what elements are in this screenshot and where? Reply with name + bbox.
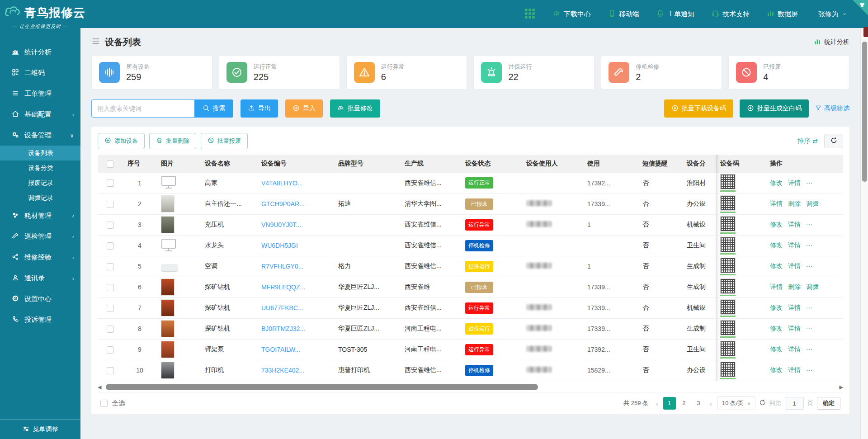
device-qr-code[interactable]: [720, 279, 736, 296]
cell-photo[interactable]: [156, 256, 200, 277]
op-···[interactable]: ···: [806, 366, 812, 373]
sidebar-item-stats[interactable]: 统计分析: [0, 42, 80, 62]
cell-photo[interactable]: [156, 339, 200, 360]
row-checkbox[interactable]: [107, 222, 114, 229]
batch-generate-blank-codes-button[interactable]: 批量生成空白码: [740, 99, 809, 118]
advanced-filter-link[interactable]: 高级筛选: [815, 104, 849, 113]
confirm-button[interactable]: 确定: [817, 397, 840, 410]
scroll-left-icon[interactable]: ◀: [98, 384, 101, 390]
header-checkbox[interactable]: [107, 160, 114, 168]
refresh-pagination-button[interactable]: [759, 399, 766, 407]
device-code-link[interactable]: R7VFHLGY0...: [261, 263, 303, 270]
op-修改[interactable]: 修改: [770, 262, 783, 269]
row-checkbox[interactable]: [107, 179, 114, 187]
op-详情[interactable]: 详情: [788, 345, 801, 353]
nav-work-order-notice[interactable]: 工单通知: [656, 9, 694, 19]
page-button-3[interactable]: 3: [692, 397, 705, 410]
sidebar-item-inspection[interactable]: 巡检管理‹: [0, 226, 80, 247]
sidebar-item-device-mgmt[interactable]: 设备管理∨: [0, 125, 80, 146]
apps-grid-button[interactable]: [524, 8, 536, 21]
op-···[interactable]: ···: [806, 179, 812, 186]
device-code-link[interactable]: BJ0RTMZJ32...: [261, 325, 305, 332]
sidebar-subitem-设备分类[interactable]: 设备分类: [0, 160, 80, 175]
sidebar-subitem-调拨记录[interactable]: 调拨记录: [0, 190, 80, 205]
op-调拨[interactable]: 调拨: [806, 283, 819, 290]
refresh-table-button[interactable]: [824, 134, 843, 148]
op-详情[interactable]: 详情: [770, 200, 783, 207]
search-button[interactable]: 搜索: [194, 99, 233, 118]
sidebar-item-consumables[interactable]: 耗材管理‹: [0, 205, 80, 226]
device-code-link[interactable]: TGOI7AILW...: [261, 346, 300, 353]
sidebar-item-work-orders[interactable]: 工单管理: [0, 83, 80, 104]
device-qr-code[interactable]: [720, 362, 736, 379]
op-调拨[interactable]: 调拨: [806, 200, 819, 207]
op-删除[interactable]: 删除: [788, 200, 801, 207]
device-qr-code[interactable]: [720, 299, 736, 317]
device-code-link[interactable]: VN9U0YJ0T...: [261, 221, 301, 228]
page-button-2[interactable]: 2: [678, 397, 690, 410]
page-button-1[interactable]: 1: [663, 397, 676, 410]
search-input[interactable]: [91, 99, 194, 118]
nav-tech-support[interactable]: 技术支持: [712, 9, 750, 19]
cell-photo[interactable]: [156, 297, 200, 318]
sort-link[interactable]: 排序⇄: [797, 137, 818, 145]
cell-photo[interactable]: [156, 173, 200, 194]
nav-download-center[interactable]: 下载中心: [553, 9, 591, 19]
op-详情[interactable]: 详情: [788, 262, 801, 269]
row-checkbox[interactable]: [107, 242, 114, 250]
add-device-button[interactable]: 添加设备: [98, 133, 145, 149]
row-checkbox[interactable]: [107, 305, 114, 312]
op-详情[interactable]: 详情: [788, 241, 801, 249]
page-size-select[interactable]: 10 条/页 ∨: [717, 397, 755, 410]
cell-photo[interactable]: [156, 194, 200, 214]
sidebar-item-complaints[interactable]: 投诉管理: [0, 309, 80, 330]
device-qr-code[interactable]: [720, 237, 736, 255]
op-修改[interactable]: 修改: [770, 241, 783, 249]
batch-download-codes-button[interactable]: 批量下载设备码: [664, 99, 733, 118]
batch-scrap-button[interactable]: 批量报废: [201, 133, 248, 149]
cell-photo[interactable]: [156, 277, 200, 297]
device-code-link[interactable]: V4TA8LHYO...: [261, 179, 303, 187]
device-qr-code[interactable]: [720, 341, 736, 359]
row-checkbox[interactable]: [107, 201, 114, 208]
jump-page-input[interactable]: [785, 397, 804, 410]
sidebar-item-qrcode[interactable]: 二维码: [0, 62, 80, 83]
cell-photo[interactable]: [156, 360, 200, 381]
menu-adjust-button[interactable]: 菜单调整: [0, 419, 80, 439]
op-删除[interactable]: 删除: [788, 283, 801, 290]
op-详情[interactable]: 详情: [788, 304, 801, 311]
sidebar-item-contacts[interactable]: 通讯录‹: [0, 268, 80, 288]
device-qr-code[interactable]: [720, 174, 736, 192]
op-···[interactable]: ···: [806, 241, 812, 249]
op-···[interactable]: ···: [806, 325, 812, 332]
op-详情[interactable]: 详情: [788, 221, 801, 228]
nav-mobile[interactable]: 移动端: [608, 9, 639, 19]
device-qr-code[interactable]: [720, 320, 736, 338]
user-menu[interactable]: 张修为: [815, 10, 847, 19]
row-checkbox[interactable]: [107, 284, 114, 291]
batch-delete-button[interactable]: 批量删除: [149, 133, 196, 149]
next-page-icon[interactable]: ›: [708, 400, 713, 407]
horizontal-scroll-thumb[interactable]: [106, 384, 538, 390]
sidebar-item-base-config[interactable]: 基础配置‹: [0, 104, 80, 125]
op-详情[interactable]: 详情: [788, 179, 801, 186]
op-修改[interactable]: 修改: [770, 221, 783, 228]
sidebar-item-repair-exp[interactable]: 维修经验‹: [0, 247, 80, 268]
sidebar-item-settings[interactable]: 设置中心: [0, 288, 80, 309]
vertical-scroll-thumb[interactable]: [862, 42, 867, 182]
op-详情[interactable]: 详情: [788, 325, 801, 332]
cell-photo[interactable]: [156, 318, 200, 339]
sidebar-subitem-报废记录[interactable]: 报废记录: [0, 175, 80, 190]
op-···[interactable]: ···: [806, 221, 812, 228]
op-···[interactable]: ···: [806, 345, 812, 353]
device-code-link[interactable]: 733H2KE402...: [261, 367, 304, 374]
batch-edit-button[interactable]: 批量修改: [330, 99, 380, 118]
import-button[interactable]: 导入: [285, 99, 323, 118]
device-code-link[interactable]: WU6DH5JGI: [261, 242, 298, 249]
device-qr-code[interactable]: [720, 258, 736, 275]
floating-edge-tab[interactable]: [863, 27, 868, 37]
row-checkbox[interactable]: [107, 367, 114, 374]
row-checkbox[interactable]: [107, 326, 114, 333]
row-checkbox[interactable]: [107, 346, 114, 354]
device-qr-code[interactable]: [720, 216, 736, 234]
